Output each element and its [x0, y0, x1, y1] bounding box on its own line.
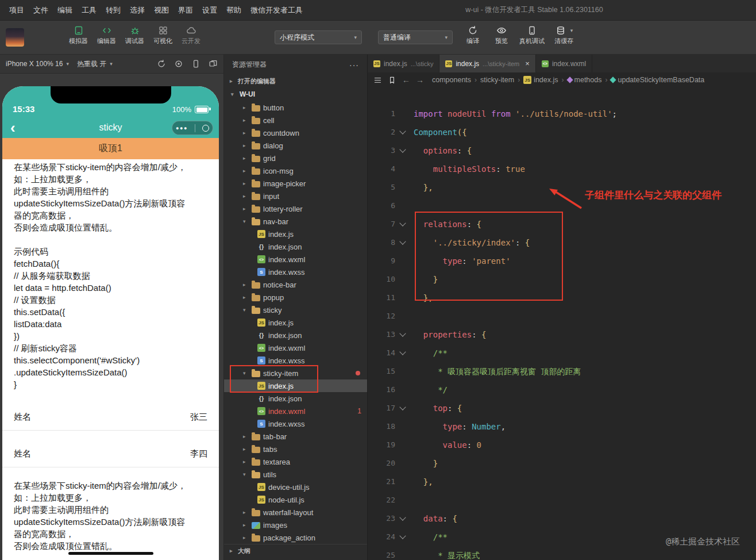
- tree-folder-image-picker[interactable]: ▸image-picker: [224, 177, 367, 190]
- real-device-debug-button[interactable]: 真机调试: [516, 25, 548, 45]
- tree-file-index.wxss[interactable]: Sindex.wxss: [224, 354, 367, 367]
- opened-editors-section[interactable]: ▸ 打开的编辑器: [224, 75, 367, 87]
- fold-spacer: [395, 178, 410, 197]
- code-line: 25* 显示模式: [368, 546, 756, 560]
- device-icon[interactable]: [191, 59, 200, 68]
- menu-item[interactable]: 工具: [77, 0, 101, 21]
- tree-file-device-util.js[interactable]: JSdevice-util.js: [224, 481, 367, 493]
- list-item[interactable]: 姓名张三: [2, 404, 219, 431]
- list-item[interactable]: 姓名李四: [2, 441, 219, 467]
- line-number: 18: [368, 417, 395, 436]
- code-text: /**: [414, 528, 448, 546]
- tree-folder-cell[interactable]: ▸cell: [224, 114, 367, 126]
- outline-section[interactable]: ▸ 大纲: [224, 544, 367, 557]
- button-label: 编译: [466, 37, 479, 45]
- home-icon[interactable]: [202, 125, 209, 132]
- hot-reload-toggle[interactable]: 热重载 开 ▾: [77, 59, 113, 69]
- menu-item[interactable]: 视图: [149, 0, 173, 21]
- tree-file-index.json[interactable]: {}index.json: [224, 392, 367, 405]
- editor-button[interactable]: 编辑器: [92, 25, 121, 45]
- bookmark-icon[interactable]: [388, 76, 396, 85]
- tree-folder-sticky[interactable]: ▾sticky: [224, 304, 367, 316]
- refresh-icon[interactable]: [157, 59, 166, 68]
- chevron-right-icon: ▸: [243, 206, 249, 212]
- tree-file-index.json[interactable]: {}index.json: [224, 329, 367, 342]
- compile-mode-dropdown[interactable]: 普通编译 ▾: [378, 30, 453, 44]
- tree-folder-nav-bar[interactable]: ▾nav-bar: [224, 215, 367, 228]
- breadcrumb-item-components[interactable]: components: [432, 76, 471, 84]
- applet-mode-dropdown[interactable]: 小程序模式 ▾: [275, 30, 362, 44]
- fold-spacer: [395, 473, 410, 491]
- chevron-right-icon: ▸: [243, 282, 249, 287]
- tab-index.wxml[interactable]: <>index.wxml: [536, 55, 592, 72]
- menu-item[interactable]: 项目: [5, 0, 29, 21]
- tree-file-node-util.js[interactable]: JSnode-util.js: [224, 493, 367, 506]
- more-actions-icon[interactable]: ···: [349, 60, 359, 70]
- compile-button[interactable]: 编译: [458, 25, 487, 45]
- simulator-button[interactable]: 模拟器: [64, 25, 92, 45]
- menu-item[interactable]: 界面: [173, 0, 198, 21]
- code-line: 20}: [368, 454, 756, 473]
- project-root[interactable]: ▾ W-UI: [224, 87, 367, 101]
- tree-file-index.wxss[interactable]: Sindex.wxss: [224, 417, 367, 430]
- record-icon[interactable]: [174, 59, 183, 68]
- tree-folder-images[interactable]: ▸images: [224, 519, 367, 531]
- list-icon[interactable]: [373, 76, 382, 85]
- tree-file-index.js[interactable]: JSindex.js: [224, 228, 367, 240]
- tree-file-index.wxml[interactable]: <>index.wxml1: [224, 405, 367, 417]
- folder-icon: [252, 194, 260, 200]
- tree-folder-notice-bar[interactable]: ▸notice-bar: [224, 278, 367, 291]
- tree-file-index.js[interactable]: JSindex.js: [224, 379, 367, 392]
- line-number: 13: [368, 325, 395, 344]
- tree-folder-textarea[interactable]: ▸textarea: [224, 455, 367, 468]
- tree-folder-input[interactable]: ▸input: [224, 190, 367, 202]
- tab-index.jssticky[interactable]: JSindex.js...\sticky: [368, 55, 439, 72]
- window-icon[interactable]: [209, 59, 218, 68]
- tree-folder-sticky-item[interactable]: ▾sticky-item: [224, 367, 367, 379]
- tree-folder-tabs[interactable]: ▸tabs: [224, 443, 367, 455]
- tree-folder-waterfall-layout[interactable]: ▸waterfall-layout: [224, 506, 367, 519]
- tree-file-index.wxml[interactable]: <>index.wxml: [224, 253, 367, 266]
- home-indicator[interactable]: [68, 552, 153, 555]
- tree-folder-popup[interactable]: ▸popup: [224, 291, 367, 304]
- tree-folder-icon-msg[interactable]: ▸icon-msg: [224, 164, 367, 177]
- cloud-dev-button[interactable]: 云开发: [177, 25, 205, 45]
- tree-folder-countdown[interactable]: ▸countdown: [224, 126, 367, 139]
- capsule-button[interactable]: ●●●: [172, 121, 213, 135]
- tree-file-index.wxml[interactable]: <>index.wxml: [224, 342, 367, 354]
- tree-folder-dialog[interactable]: ▸dialog: [224, 139, 367, 152]
- breadcrumb: components›sticky-item›JSindex.js›method…: [432, 76, 704, 84]
- tree-folder-package_action[interactable]: ▸package_action: [224, 531, 367, 544]
- visualization-button[interactable]: 可视化: [149, 25, 177, 45]
- tree-file-index.wxss[interactable]: Sindex.wxss: [224, 266, 367, 278]
- more-icon[interactable]: ●●●: [176, 125, 188, 131]
- menu-item[interactable]: 文件: [29, 0, 53, 21]
- tree-folder-grid[interactable]: ▸grid: [224, 152, 367, 164]
- breadcrumb-item-updateStickyItemBaseData[interactable]: updateStickyItemBaseData: [611, 76, 704, 84]
- menu-item[interactable]: 转到: [101, 0, 125, 21]
- breadcrumb-item-methods[interactable]: methods: [568, 76, 602, 84]
- tab-index.jssticky-item[interactable]: JSindex.js...\sticky-item×: [439, 55, 535, 72]
- clear-cache-button[interactable]: ▾清缓存: [548, 25, 580, 45]
- preview-button[interactable]: 预览: [487, 25, 516, 45]
- tree-file-index.json[interactable]: {}index.json: [224, 240, 367, 253]
- tree-folder-utils[interactable]: ▾utils: [224, 468, 367, 481]
- breadcrumb-item-index.js[interactable]: JSindex.js: [523, 76, 558, 84]
- user-avatar[interactable]: [6, 28, 24, 47]
- breadcrumb-item-sticky-item[interactable]: sticky-item: [480, 76, 514, 84]
- menu-item[interactable]: 设置: [198, 0, 222, 21]
- close-icon[interactable]: ×: [525, 59, 530, 68]
- nav-forward-icon[interactable]: →: [416, 75, 424, 85]
- device-selector[interactable]: iPhone X 100% 16 ▾: [6, 60, 69, 68]
- menu-item[interactable]: 编辑: [53, 0, 77, 21]
- tree-folder-lottery-roller[interactable]: ▸lottery-roller: [224, 202, 367, 215]
- menu-item[interactable]: 微信开发者工具: [246, 0, 307, 21]
- tree-folder-button[interactable]: ▸button: [224, 101, 367, 114]
- menu-item[interactable]: 选择: [125, 0, 149, 21]
- code-editor[interactable]: 1import nodeUtil from '../utils/node-uti…: [368, 87, 756, 560]
- nav-back-icon[interactable]: ←: [402, 75, 410, 85]
- tree-file-index.js[interactable]: JSindex.js: [224, 316, 367, 329]
- menu-item[interactable]: 帮助: [222, 0, 246, 21]
- debugger-button[interactable]: 调试器: [121, 25, 149, 45]
- tree-folder-tab-bar[interactable]: ▸tab-bar: [224, 430, 367, 443]
